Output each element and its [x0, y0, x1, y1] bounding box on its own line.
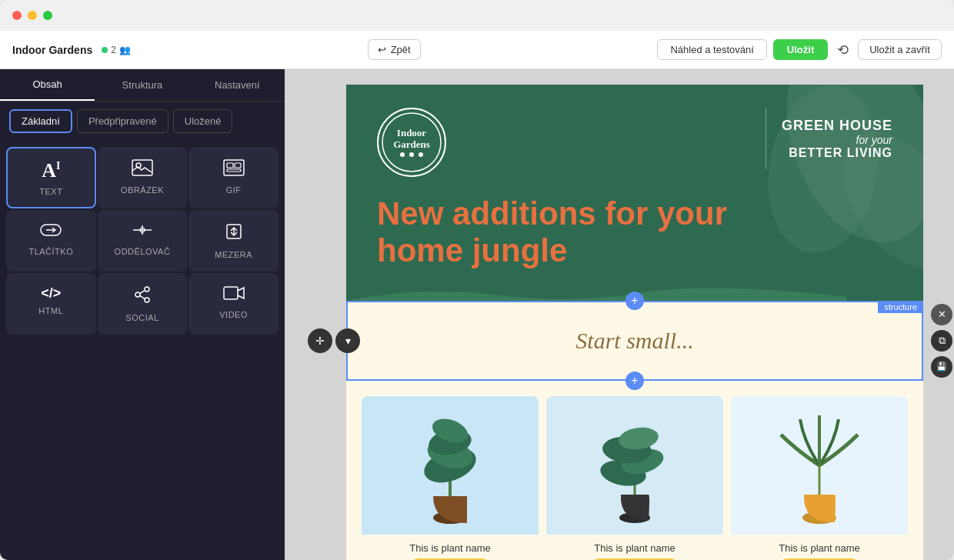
structure-label: structure — [878, 301, 923, 313]
heading-line2: home jungle — [377, 232, 567, 268]
text-element-label: TEXT — [39, 187, 62, 196]
product-card-1: This is plant name $10 · Buy now — [362, 396, 539, 560]
element-html[interactable]: </> HTML — [6, 273, 96, 335]
product-info-1: This is plant name $10 · Buy now — [362, 535, 539, 560]
element-obrazek[interactable]: OBRÁZEK — [98, 147, 188, 208]
element-tlacitko[interactable]: TLAČÍTKO — [6, 210, 96, 272]
canvas-area: Indoor Gardens — [285, 69, 954, 560]
mezera-element-icon — [225, 222, 243, 245]
sidebar-tabs: Obsah Struktura Nastavení — [0, 69, 285, 102]
product-info-2: This is plant name $8.50 · Buy now — [546, 535, 723, 560]
app: Indoor Gardens 2 👥 ↩ Zpět Náhled a testo… — [0, 31, 954, 560]
plus-icon-bottom: + — [631, 374, 638, 388]
element-video[interactable]: VIDEO — [188, 273, 279, 335]
video-element-label: VIDEO — [219, 310, 248, 319]
titlebar — [0, 0, 954, 31]
tlacitko-element-label: TLAČÍTKO — [28, 247, 73, 256]
element-mezera[interactable]: MEZERA — [188, 210, 279, 272]
online-badge: 2 👥 — [102, 45, 131, 55]
topbar-left: Indoor Gardens 2 👥 — [12, 44, 131, 56]
plant-svg-3 — [773, 404, 866, 527]
sidebar: Obsah Struktura Nastavení Základní Předp… — [0, 69, 285, 560]
back-button[interactable]: ↩ Zpět — [368, 39, 421, 60]
online-dot — [102, 47, 108, 53]
plant-svg-2 — [589, 404, 681, 527]
product-img-3 — [731, 396, 908, 535]
tab-nastaveni[interactable]: Nastavení — [190, 69, 285, 101]
tab-obsah[interactable]: Obsah — [0, 69, 95, 101]
obrazek-element-icon — [132, 159, 153, 181]
save-button[interactable]: Uložit — [773, 39, 828, 60]
svg-line-16 — [140, 290, 145, 293]
save-section-button[interactable]: 💾 — [931, 356, 952, 378]
svg-rect-3 — [227, 163, 233, 168]
text-placeholder: Start small... — [575, 328, 693, 354]
topbar-center: ↩ Zpět — [368, 39, 421, 60]
gif-element-label: GIF — [226, 185, 242, 195]
svg-point-27 — [419, 152, 423, 157]
online-count: 2 — [111, 45, 116, 55]
gif-element-icon — [223, 159, 245, 181]
plus-icon-top: + — [631, 294, 638, 308]
selected-section-wrapper: + ✛ ▾ ✕ ⧉ 💾 — [346, 301, 923, 381]
subtab-predpripravene[interactable]: Předpřipravené — [77, 109, 168, 133]
text-section[interactable]: Start small... — [348, 302, 922, 379]
preview-button[interactable]: Náhled a testování — [657, 39, 766, 60]
html-element-label: HTML — [38, 306, 63, 315]
close-section-button[interactable]: ✕ — [931, 304, 952, 325]
product-info-3: This is plant name $17 · Buy now — [731, 535, 908, 560]
oddelovac-element-icon — [132, 222, 153, 242]
element-text[interactable]: AI TEXT — [6, 147, 96, 208]
element-oddelovac[interactable]: ODDĚLOVAČ — [98, 210, 188, 272]
svg-text:Gardens: Gardens — [393, 138, 430, 150]
tab-struktura[interactable]: Struktura — [95, 69, 189, 101]
svg-point-14 — [135, 292, 140, 297]
elements-grid: AI TEXT OBRÁZEK — [0, 141, 285, 341]
element-gif[interactable]: GIF — [188, 147, 279, 208]
back-label: Zpět — [391, 44, 411, 55]
svg-point-13 — [145, 287, 149, 292]
svg-line-17 — [140, 295, 145, 298]
save-close-button[interactable]: Uložit a zavřít — [858, 39, 942, 60]
product-img-2 — [546, 396, 723, 535]
element-social[interactable]: SOCIAL — [98, 273, 188, 335]
drag-controls: ✛ ▾ — [308, 328, 360, 353]
hero-logo: Indoor Gardens — [377, 108, 446, 177]
hero-section: Indoor Gardens — [346, 85, 923, 301]
copy-section-button[interactable]: ⧉ — [931, 330, 952, 352]
maximize-traffic-light[interactable] — [43, 11, 52, 20]
back-arrow-icon: ↩ — [378, 44, 386, 55]
minimize-traffic-light[interactable] — [28, 11, 37, 20]
plant-svg-1 — [404, 404, 496, 527]
video-element-icon — [223, 285, 245, 305]
product-card-3: This is plant name $17 · Buy now — [731, 396, 908, 560]
add-section-top-button[interactable]: + — [625, 292, 644, 310]
add-section-bottom-button[interactable]: + — [625, 372, 644, 390]
html-element-icon: </> — [41, 285, 61, 302]
history-button[interactable]: ⟲ — [834, 38, 852, 62]
side-controls: ✕ ⧉ 💾 — [931, 304, 952, 378]
content-area: Obsah Struktura Nastavení Základní Předp… — [0, 69, 954, 560]
svg-rect-5 — [227, 169, 241, 172]
topbar-right: Náhled a testování Uložit ⟲ Uložit a zav… — [657, 38, 942, 62]
users-icon: 👥 — [119, 45, 131, 55]
social-element-label: SOCIAL — [125, 313, 158, 322]
chevron-button[interactable]: ▾ — [335, 328, 360, 353]
svg-point-26 — [409, 152, 414, 157]
text-element-icon: AI — [42, 159, 60, 182]
drag-button[interactable]: ✛ — [308, 328, 332, 353]
oddelovac-element-label: ODDĚLOVAČ — [115, 247, 171, 256]
product-section: This is plant name $10 · Buy now — [346, 381, 923, 560]
svg-rect-4 — [235, 163, 241, 168]
product-name-2: This is plant name — [554, 542, 716, 554]
svg-rect-18 — [224, 287, 238, 299]
mezera-element-label: MEZERA — [215, 250, 252, 259]
sub-tabs: Základní Předpřipravené Uložené — [0, 102, 285, 141]
close-traffic-light[interactable] — [12, 11, 22, 20]
svg-text:Indoor: Indoor — [397, 127, 427, 138]
subtab-zakladni[interactable]: Základní — [9, 109, 72, 133]
subtab-ulozene[interactable]: Uložené — [173, 109, 233, 133]
app-title: Indoor Gardens — [12, 44, 92, 56]
canvas-content: Indoor Gardens — [346, 85, 923, 560]
product-grid: This is plant name $10 · Buy now — [362, 396, 908, 560]
